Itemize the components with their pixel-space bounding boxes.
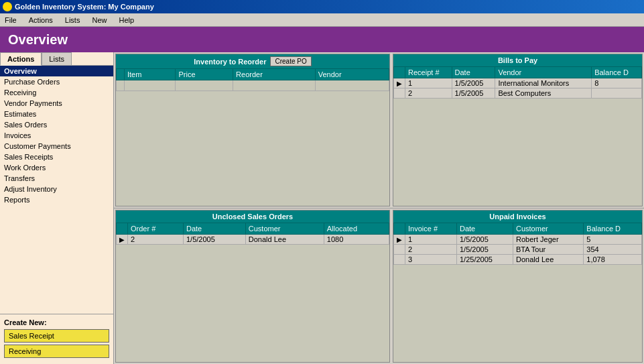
col-allocated: Allocated [324, 223, 389, 235]
table-row[interactable]: 2 1/5/2005 BTA Tour 354 [394, 245, 642, 255]
sidebar-item-reports[interactable]: Reports [0, 194, 113, 205]
cell-balance: 1,078 [584, 255, 642, 265]
col-receipt: Receipt # [405, 67, 452, 78]
cell-allocated: 1080 [324, 235, 389, 245]
cell-customer: BTA Tour [513, 245, 584, 255]
cell-order: 2 [128, 235, 184, 245]
col-order: Order # [128, 223, 184, 235]
col-date: Date [183, 223, 245, 235]
row-indicator: ▶ [394, 235, 405, 245]
cell-date: 1/25/2005 [456, 255, 513, 265]
unpaid-invoices-title: Unpaid Invoices [489, 213, 545, 221]
row-indicator [394, 255, 405, 265]
title-bar-text: Golden Inventory System: My Company [15, 3, 154, 11]
unclosed-sales-orders-content: Order # Date Customer Allocated ▶ 2 1/5/… [116, 223, 389, 362]
col-balance: Balance D [592, 67, 642, 78]
col-indicator [394, 223, 405, 235]
col-invoice: Invoice # [405, 223, 457, 235]
unclosed-sales-orders-panel: Unclosed Sales Orders Order # Date Custo… [115, 210, 390, 363]
sidebar-item-adjust-inventory[interactable]: Adjust Inventory [0, 184, 113, 194]
unclosed-sales-orders-title: Unclosed Sales Orders [212, 213, 293, 221]
inventory-to-reorder-content: Item Price Reorder Vendor [116, 68, 389, 206]
cell-balance [592, 88, 642, 99]
bills-to-pay-header: Bills to Pay [393, 54, 642, 66]
content-area: Inventory to Reorder Create PO Item Pric… [114, 52, 644, 364]
menu-help[interactable]: Help [117, 15, 136, 25]
cell-date: 1/5/2005 [452, 88, 495, 99]
sidebar-item-sales-orders[interactable]: Sales Orders [0, 119, 113, 130]
cell-invoice: 1 [405, 235, 457, 245]
panels-bottom: Unclosed Sales Orders Order # Date Custo… [114, 208, 644, 364]
table-row [117, 80, 389, 91]
cell-receipt: 1 [405, 78, 452, 88]
cell-date: 1/5/2005 [456, 235, 513, 245]
inventory-to-reorder-header: Inventory to Reorder Create PO [116, 54, 389, 68]
menu-bar: File Actions Lists New Help [0, 13, 644, 27]
cell-invoice: 2 [405, 245, 457, 255]
sidebar-item-overview[interactable]: Overview [0, 66, 113, 76]
panels-top: Inventory to Reorder Create PO Item Pric… [114, 52, 644, 208]
col-customer: Customer [245, 223, 324, 235]
sidebar-item-transfers[interactable]: Transfers [0, 173, 113, 184]
sidebar-item-customer-payments[interactable]: Customer Payments [0, 141, 113, 151]
menu-lists[interactable]: Lists [63, 15, 82, 25]
create-po-button[interactable]: Create PO [270, 56, 311, 66]
col-item: Item [125, 69, 176, 80]
sidebar-item-estimates[interactable]: Estimates [0, 109, 113, 119]
cell-customer: Donald Lee [513, 255, 584, 265]
cell-vendor: International Monitors [495, 78, 592, 88]
table-row[interactable]: ▶ 1 1/5/2005 Robert Jeger 5 [394, 235, 642, 245]
row-indicator [394, 88, 405, 99]
col-vendor: Vendor [315, 69, 389, 80]
sidebar-item-work-orders[interactable]: Work Orders [0, 162, 113, 173]
page-title: Overview [8, 32, 68, 48]
unclosed-sales-orders-header: Unclosed Sales Orders [116, 210, 389, 223]
col-indicator [117, 223, 128, 235]
page-header: Overview [0, 27, 644, 52]
sidebar-item-vendor-payments[interactable]: Vendor Payments [0, 98, 113, 109]
cell-invoice: 3 [405, 255, 457, 265]
sidebar-item-invoices[interactable]: Invoices [0, 130, 113, 141]
unpaid-invoices-panel: Unpaid Invoices Invoice # Date Customer … [393, 210, 643, 363]
bills-to-pay-table: Receipt # Date Vendor Balance D ▶ 1 1/5/… [393, 66, 642, 99]
col-indicator [394, 67, 405, 78]
bills-to-pay-content: Receipt # Date Vendor Balance D ▶ 1 1/5/… [393, 66, 642, 206]
tab-actions[interactable]: Actions [0, 52, 42, 66]
menu-actions[interactable]: Actions [27, 15, 55, 25]
cell-balance: 354 [584, 245, 642, 255]
menu-file[interactable]: File [3, 15, 19, 25]
col-customer: Customer [513, 223, 584, 235]
col-date: Date [456, 223, 513, 235]
sidebar-item-sales-receipts[interactable]: Sales Receipts [0, 151, 113, 162]
app-icon [3, 2, 12, 11]
col-date: Date [452, 67, 495, 78]
unclosed-sales-orders-table: Order # Date Customer Allocated ▶ 2 1/5/… [116, 223, 389, 245]
create-new-label: Create New: [4, 318, 109, 326]
row-indicator: ▶ [117, 235, 128, 245]
sidebar-nav: Overview Purchase Orders Receiving Vendo… [0, 66, 113, 314]
col-indicator [117, 69, 125, 80]
main-layout: Actions Lists Overview Purchase Orders R… [0, 52, 644, 364]
sidebar-item-purchase-orders[interactable]: Purchase Orders [0, 76, 113, 87]
tab-lists[interactable]: Lists [42, 52, 72, 65]
cell-customer: Donald Lee [245, 235, 324, 245]
cell-vendor: Best Computers [495, 88, 592, 99]
menu-new[interactable]: New [90, 15, 109, 25]
sidebar-item-receiving[interactable]: Receiving [0, 87, 113, 98]
inventory-to-reorder-panel: Inventory to Reorder Create PO Item Pric… [115, 54, 390, 206]
cell-receipt: 2 [405, 88, 452, 99]
unpaid-invoices-content: Invoice # Date Customer Balance D ▶ 1 1/… [393, 223, 642, 362]
cell-balance: 5 [584, 235, 642, 245]
table-row[interactable]: 2 1/5/2005 Best Computers [394, 88, 642, 99]
cell-balance: 8 [592, 78, 642, 88]
create-receiving-button[interactable]: Receiving [4, 345, 109, 358]
table-row[interactable]: ▶ 2 1/5/2005 Donald Lee 1080 [117, 235, 389, 245]
cell-date: 1/5/2005 [452, 78, 495, 88]
table-row[interactable]: ▶ 1 1/5/2005 International Monitors 8 [394, 78, 642, 88]
col-vendor: Vendor [495, 67, 592, 78]
cell-date: 1/5/2005 [183, 235, 245, 245]
row-indicator [394, 245, 405, 255]
create-sales-receipt-button[interactable]: Sales Receipt [4, 329, 109, 343]
unpaid-invoices-header: Unpaid Invoices [393, 210, 642, 223]
table-row[interactable]: 3 1/25/2005 Donald Lee 1,078 [394, 255, 642, 265]
